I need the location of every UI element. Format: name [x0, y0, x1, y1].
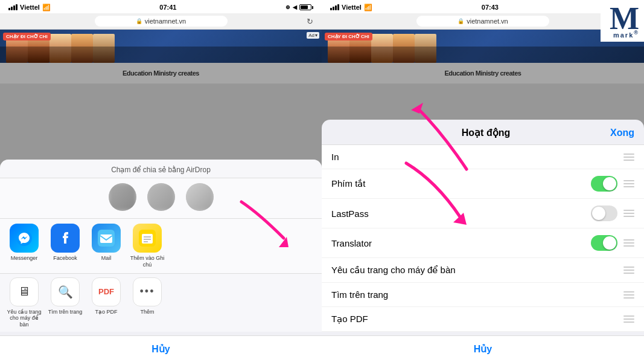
drag-handle-in[interactable]	[623, 154, 634, 161]
left-cancel-button[interactable]: Hủy	[0, 335, 322, 362]
drag-handle-lastpass[interactable]	[623, 210, 634, 217]
find-label: Tìm trên trang	[48, 309, 83, 315]
show-logo: CHẠY ĐI CHỜ CHI	[3, 33, 51, 40]
right-cancel-button[interactable]: Hủy	[322, 335, 644, 362]
activity-header: Hoạt động Xong	[322, 120, 644, 145]
location-icon: ⊕	[285, 4, 290, 10]
drag-handle-pdf[interactable]	[623, 315, 634, 323]
drag-line	[623, 322, 634, 323]
activity-item-phimtat-right	[591, 176, 634, 192]
activity-item-phimtat[interactable]: Phím tắt	[322, 169, 644, 199]
right-carrier: Viettel 📶	[330, 4, 372, 11]
app-item-messenger[interactable]: Messenger	[4, 224, 45, 268]
main-container: Viettel 📶 07:41 ⊕ ◀	[0, 0, 644, 362]
activity-item-yc-right	[623, 267, 634, 274]
app-icons-row: Messenger Facebook	[0, 218, 322, 273]
lock-icon: 🔒	[136, 18, 142, 24]
activity-label-phimtat: Phím tắt	[331, 178, 366, 189]
drag-handle-phimtat[interactable]	[623, 180, 634, 187]
drag-line	[623, 216, 634, 217]
activity-label-lastpass: LastPass	[331, 208, 369, 219]
right-url-text: vietnamnet.vn	[467, 18, 508, 25]
drag-line	[623, 315, 634, 317]
battery-tip	[312, 6, 313, 9]
mail-label: Mail	[101, 255, 112, 262]
app-item-facebook[interactable]: Facebook	[45, 224, 86, 268]
left-url-text: vietnamnet.vn	[145, 18, 186, 25]
phimtat-toggle[interactable]	[591, 176, 617, 192]
left-ad-text: Ad	[308, 33, 314, 38]
watermark: M mark®	[601, 0, 644, 42]
right-carrier-name: Viettel	[342, 4, 362, 11]
contact-avatar-2	[147, 183, 175, 211]
share-sheet-content: Chạm để chia sẻ bằng AirDrop	[0, 160, 322, 362]
right-url-bar[interactable]: 🔒 vietnamnet.vn	[416, 16, 549, 27]
left-status-bar: Viettel 📶 07:41 ⊕ ◀	[0, 0, 322, 13]
action-more[interactable]: ••• Thêm	[127, 277, 168, 328]
contact-item-2[interactable]	[147, 183, 175, 213]
contact-avatar-3	[186, 183, 214, 211]
avatar-blur-3	[186, 183, 214, 211]
watermark-mark-text: mark®	[613, 30, 639, 39]
drag-line	[623, 273, 634, 274]
app-item-notes[interactable]: Thêm vào Ghi chú	[127, 224, 168, 268]
drag-handle-tim[interactable]	[623, 291, 634, 299]
activity-title: Hoạt động	[362, 127, 610, 138]
lastpass-toggle[interactable]	[591, 205, 617, 221]
left-ad-badge: Ad ▾	[307, 32, 319, 39]
activity-item-in[interactable]: In	[322, 145, 644, 169]
right-status-bar: Viettel 📶 07:43 ⊕ ◀	[322, 0, 644, 13]
find-icon: 🔍	[51, 277, 80, 306]
drag-line	[623, 291, 634, 293]
right-show-logo: CHẠY ĐI CHỜ CHI	[325, 33, 372, 40]
mail-app-icon	[92, 224, 121, 253]
action-desktop[interactable]: 🖥 Yêu cầu trang cho máy để bàn	[4, 277, 45, 328]
right-signal-bar-1	[330, 8, 332, 10]
drag-line	[623, 318, 634, 320]
drag-handle-yc[interactable]	[623, 267, 634, 274]
action-pdf[interactable]: PDF Tạo PDF	[86, 277, 127, 328]
more-label: Thêm	[140, 309, 154, 315]
drag-handle-translator[interactable]	[623, 239, 634, 247]
avatar-blur-1	[109, 183, 136, 211]
signal-bar-2	[11, 7, 13, 10]
left-reload-button[interactable]: ↻	[307, 17, 313, 26]
action-find[interactable]: 🔍 Tìm trên trang	[45, 277, 86, 328]
activity-item-yc-trang[interactable]: Yêu cầu trang cho máy để bàn	[322, 258, 644, 283]
right-phone-bg: Viettel 📶 07:43 ⊕ ◀	[322, 0, 644, 362]
drag-line	[623, 297, 634, 299]
activity-item-in-right	[623, 154, 634, 161]
lastpass-toggle-thumb	[592, 207, 605, 220]
phimtat-toggle-thumb	[603, 177, 616, 190]
activity-label-pdf: Tạo PDF	[331, 314, 368, 325]
drag-line	[623, 186, 634, 187]
activity-item-translator[interactable]: Translator	[322, 228, 644, 258]
wifi-icon: 📶	[42, 4, 51, 11]
registered-icon: ®	[634, 30, 639, 36]
translator-toggle[interactable]	[591, 235, 617, 251]
activity-item-lastpass[interactable]: LastPass	[322, 199, 644, 228]
activity-content: Hoạt động Xong In	[322, 120, 644, 362]
svg-point-0	[16, 230, 32, 246]
airdrop-contacts	[0, 178, 322, 218]
drag-line	[623, 270, 634, 271]
right-time: 07:43	[482, 4, 499, 11]
activity-item-tim-right	[623, 291, 634, 299]
left-share-sheet: Chạm để chia sẻ bằng AirDrop	[0, 47, 322, 362]
ad-chevron-icon: ▾	[315, 33, 317, 38]
action-row: 🖥 Yêu cầu trang cho máy để bàn 🔍 Tìm trê…	[0, 273, 322, 332]
avatar-blur-2	[147, 183, 175, 211]
activity-label-tim-trang: Tìm trên trang	[331, 289, 388, 300]
left-url-bar[interactable]: 🔒 vietnamnet.vn	[95, 16, 228, 27]
right-activity-sheet: Hoạt động Xong In	[322, 47, 644, 362]
done-button[interactable]: Xong	[610, 128, 634, 138]
activity-item-tim-trang[interactable]: Tìm trên trang	[322, 283, 644, 307]
battery-fill	[301, 5, 308, 9]
app-item-mail[interactable]: Mail	[86, 224, 127, 268]
drag-line	[623, 294, 634, 296]
activity-item-pdf[interactable]: Tạo PDF	[322, 307, 644, 332]
contact-item-1[interactable]	[109, 183, 136, 213]
contact-item-3[interactable]	[186, 183, 214, 213]
notes-app-icon	[133, 224, 162, 253]
right-signal-bar-2	[333, 7, 334, 10]
